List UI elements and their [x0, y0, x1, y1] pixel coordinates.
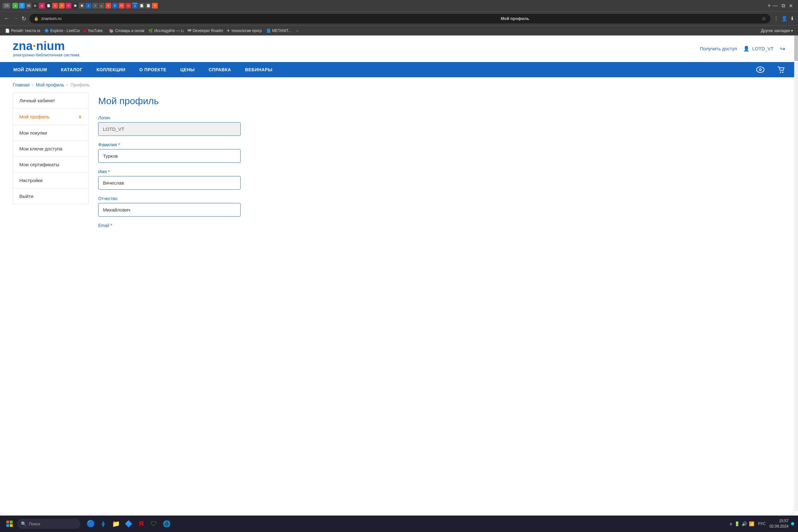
- tab-icon[interactable]: O: [126, 3, 131, 8]
- back-button[interactable]: ←: [4, 15, 10, 22]
- breadcrumb-home[interactable]: Главная: [13, 82, 30, 88]
- tab-icon[interactable]: Q: [39, 3, 45, 8]
- tab-icon[interactable]: E: [106, 3, 111, 8]
- bookmark-label: Developer Roadm...: [192, 28, 223, 33]
- middlename-input[interactable]: [98, 203, 241, 216]
- tab-icon[interactable]: Я: [65, 3, 71, 8]
- login-input[interactable]: [98, 122, 241, 136]
- tab-icon[interactable]: +: [12, 3, 18, 8]
- bookmark-icon: 🗺: [188, 28, 191, 33]
- sidebar-item-certificates[interactable]: Мои сертификаты: [13, 157, 89, 173]
- nav-prices[interactable]: ЦЕНЫ: [173, 62, 202, 77]
- bookmark-leetcode2[interactable]: 🌿 Исследуйте — Le...: [146, 27, 184, 34]
- lock-icon: 🔒: [34, 17, 39, 21]
- bookmark-label: технологии прогр...: [231, 28, 262, 33]
- nav-collections[interactable]: КОЛЛЕКЦИИ: [90, 62, 132, 77]
- tab-icon[interactable]: 🦅: [99, 3, 104, 8]
- profile-icon[interactable]: 👤: [781, 16, 787, 21]
- tab-icon[interactable]: T: [19, 3, 25, 8]
- sidebar-item-purchases[interactable]: Мои покупки: [13, 125, 89, 141]
- sidebar-item-label: Настройки: [19, 178, 43, 183]
- address-url: znanium.ru: [41, 16, 268, 21]
- bookmark-roadmap[interactable]: 🗺 Developer Roadm...: [185, 27, 223, 34]
- bookmark-label: Репайт текста он...: [11, 28, 40, 33]
- close-button[interactable]: ✕: [789, 3, 793, 9]
- sidebar: Личный кабинет Мой профиль ∨ Мои покупки…: [13, 93, 89, 238]
- logo[interactable]: zna·nium: [13, 40, 79, 52]
- scrollbar-thumb[interactable]: [794, 36, 798, 61]
- nav-help[interactable]: СПРАВКА: [202, 62, 238, 77]
- bookmark-label: Исследуйте — Le...: [154, 28, 184, 33]
- breadcrumb-my-profile[interactable]: Мой профиль: [36, 82, 64, 88]
- address-field[interactable]: 🔒 znanium.ru Мой профиль ☆: [30, 14, 771, 23]
- other-bookmarks[interactable]: Другие закладки ▾: [758, 27, 796, 34]
- breadcrumb: Главная › Мой профиль › Профиль: [0, 77, 798, 93]
- sidebar-item-settings[interactable]: Настройки: [13, 173, 89, 188]
- tab-icon[interactable]: E: [112, 3, 118, 8]
- bookmark-star-icon[interactable]: ☆: [762, 16, 766, 21]
- sidebar-item-label: Личный кабинет: [19, 98, 55, 103]
- tab-icon[interactable]: J: [92, 3, 98, 8]
- tab-icon[interactable]: 📄: [145, 3, 151, 8]
- new-tab-button[interactable]: +: [766, 2, 772, 9]
- nav-catalog[interactable]: КАТАЛОГ: [54, 62, 90, 77]
- chevron-down-icon: ∨: [78, 114, 82, 120]
- tab-icon[interactable]: N: [52, 3, 58, 8]
- minimize-button[interactable]: —: [773, 3, 778, 9]
- sidebar-item-label: Выйти: [19, 193, 33, 199]
- tab-icons-list: + T ✉ ⊞ Q 📄 N Я Я 🔲 🔲 Z J 🦅 E E ✉ O Z 📄 …: [12, 3, 764, 8]
- logo-area: zna·nium электронно-библиотечная система: [13, 40, 79, 57]
- tab-icon[interactable]: ⊞: [32, 3, 38, 8]
- firstname-input[interactable]: [98, 176, 241, 190]
- tab-counter[interactable]: 26: [2, 3, 11, 8]
- bookmark-youtube[interactable]: ▶ YouTube: [81, 27, 105, 34]
- sidebar-item-access-keys[interactable]: Мои ключи доступа: [13, 141, 89, 157]
- cart-button[interactable]: [771, 62, 792, 77]
- form-group-lastname: Фамилия *: [98, 142, 785, 163]
- eye-icon: [756, 66, 764, 73]
- tab-icon-active[interactable]: Z: [132, 3, 138, 8]
- tab-icon[interactable]: Z: [86, 3, 91, 8]
- sidebar-item-label: Мой профиль: [19, 114, 50, 119]
- profile-area: Мой профиль Логин Фамилия * Имя *: [98, 93, 785, 238]
- main-content: Личный кабинет Мой профиль ∨ Мои покупки…: [0, 93, 798, 250]
- get-access-button[interactable]: Получить доступ: [700, 46, 737, 51]
- extensions-icon[interactable]: ⋮: [774, 16, 779, 21]
- eye-button[interactable]: [750, 62, 771, 77]
- nav-my-znanium[interactable]: МОЙ ZNANIUM: [6, 62, 54, 77]
- user-icon: 👤: [743, 45, 749, 52]
- forward-button[interactable]: →: [13, 15, 18, 22]
- address-actions: ⋮ 👤 ⬇: [774, 16, 794, 21]
- user-area[interactable]: 👤 LOTD_VT: [743, 45, 774, 52]
- youtube-icon: ▶: [83, 28, 87, 33]
- download-icon[interactable]: ⬇: [790, 16, 794, 21]
- tab-icon[interactable]: ✉: [119, 3, 125, 8]
- restore-button[interactable]: ⧉: [781, 3, 785, 9]
- tab-icon[interactable]: Я: [59, 3, 64, 8]
- nav-about[interactable]: О ПРОЕКТЕ: [132, 62, 173, 77]
- nav-webinars[interactable]: ВЕБИНАРЫ: [238, 62, 280, 77]
- cart-icon: [777, 66, 785, 74]
- bookmark-repayt[interactable]: 📄 Репайт текста он...: [2, 27, 40, 34]
- tab-icon[interactable]: 📄: [139, 3, 145, 8]
- bookmark-telegram[interactable]: ✈ технологии прогр...: [224, 27, 262, 34]
- svg-point-4: [782, 72, 783, 73]
- sidebar-item-cabinet[interactable]: Личный кабинет: [13, 93, 89, 109]
- lastname-input[interactable]: [98, 149, 241, 163]
- tab-icon[interactable]: 📄: [45, 3, 51, 8]
- bookmark-leetcode[interactable]: 🔷 Explore - LeetCod...: [42, 27, 80, 34]
- breadcrumb-sep2: ›: [67, 83, 68, 87]
- tab-icon[interactable]: 🔲: [72, 3, 78, 8]
- sidebar-item-logout[interactable]: Выйти: [13, 188, 89, 204]
- tab-icon[interactable]: ✉: [26, 3, 31, 8]
- bookmark-icon: 📚: [109, 28, 114, 33]
- reload-button[interactable]: ↻: [21, 15, 26, 22]
- bookmark-dictionary[interactable]: 📚 Словарь и онлайн...: [107, 27, 145, 34]
- logo-text-main: zna: [13, 39, 33, 53]
- tab-icon[interactable]: Я: [152, 3, 158, 8]
- logout-button[interactable]: ↪: [780, 45, 785, 53]
- bookmark-metanit[interactable]: 📘 METANIT...: [264, 27, 293, 34]
- tab-icon[interactable]: 🔲: [79, 3, 84, 8]
- sidebar-item-profile[interactable]: Мой профиль ∨: [13, 109, 89, 125]
- tab-bar: 26 + T ✉ ⊞ Q 📄 N Я Я 🔲 🔲 Z J 🦅 E E ✉ O Z…: [0, 0, 798, 12]
